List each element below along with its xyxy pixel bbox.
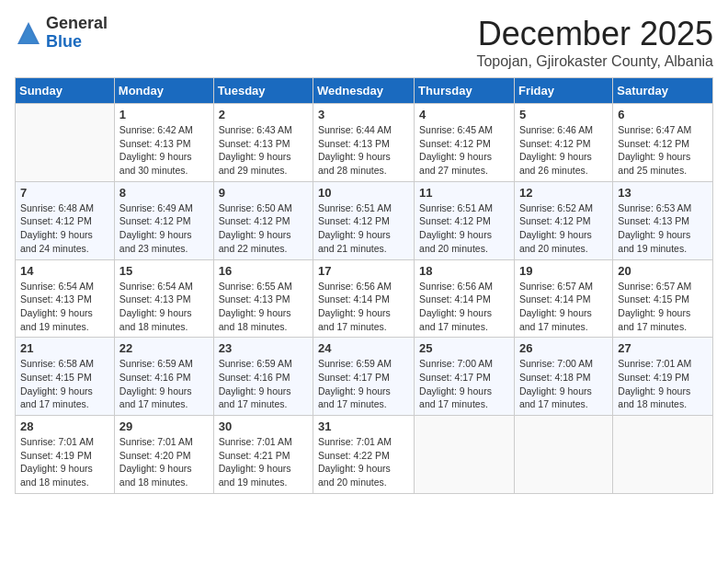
day-cell: 8 Sunrise: 6:49 AMSunset: 4:12 PMDayligh… [114,181,213,259]
day-number: 31 [318,419,409,433]
logo-blue-text: Blue [46,33,108,52]
day-number: 10 [318,186,409,200]
day-detail: Sunrise: 6:45 AMSunset: 4:12 PMDaylight:… [419,124,493,176]
logo-icon [15,19,42,47]
day-cell [415,416,515,494]
week-row-3: 21 Sunrise: 6:58 AMSunset: 4:15 PMDaylig… [16,338,713,416]
day-detail: Sunrise: 7:00 AMSunset: 4:18 PMDaylight:… [519,358,593,409]
day-detail: Sunrise: 7:01 AMSunset: 4:21 PMDaylight:… [219,436,292,488]
day-number: 2 [219,108,308,121]
day-number: 27 [618,341,708,355]
week-row-0: 1 Sunrise: 6:42 AMSunset: 4:13 PMDayligh… [16,104,713,182]
day-number: 25 [419,341,509,355]
logo-text: General Blue [46,15,108,52]
day-cell: 17 Sunrise: 6:56 AMSunset: 4:14 PMDaylig… [313,259,415,338]
calendar-table: SundayMondayTuesdayWednesdayThursdayFrid… [15,77,713,494]
day-detail: Sunrise: 6:51 AMSunset: 4:12 PMDaylight:… [318,202,392,254]
day-detail: Sunrise: 6:53 AMSunset: 4:13 PMDaylight:… [618,202,691,254]
day-number: 22 [119,341,209,355]
day-detail: Sunrise: 7:01 AMSunset: 4:22 PMDaylight:… [318,436,392,488]
day-detail: Sunrise: 6:48 AMSunset: 4:12 PMDaylight:… [20,202,94,254]
day-cell: 10 Sunrise: 6:51 AMSunset: 4:12 PMDaylig… [313,181,415,259]
day-cell: 2 Sunrise: 6:43 AMSunset: 4:13 PMDayligh… [213,104,313,182]
day-cell: 28 Sunrise: 7:01 AMSunset: 4:19 PMDaylig… [16,416,115,494]
day-number: 6 [618,108,708,121]
day-cell: 5 Sunrise: 6:46 AMSunset: 4:12 PMDayligh… [514,104,612,182]
logo: General Blue [15,15,108,52]
header-row: SundayMondayTuesdayWednesdayThursdayFrid… [16,78,713,104]
header-thursday: Thursday [415,78,515,104]
header-monday: Monday [114,78,213,104]
day-detail: Sunrise: 7:01 AMSunset: 4:19 PMDaylight:… [20,436,94,488]
day-number: 24 [318,341,409,355]
day-detail: Sunrise: 6:56 AMSunset: 4:14 PMDaylight:… [318,281,392,332]
day-cell: 4 Sunrise: 6:45 AMSunset: 4:12 PMDayligh… [415,104,515,182]
day-detail: Sunrise: 6:57 AMSunset: 4:14 PMDaylight:… [519,281,593,332]
day-number: 9 [219,186,308,200]
day-detail: Sunrise: 6:59 AMSunset: 4:16 PMDaylight:… [219,358,292,409]
header-wednesday: Wednesday [313,78,415,104]
day-number: 7 [20,186,109,200]
day-cell: 16 Sunrise: 6:55 AMSunset: 4:13 PMDaylig… [213,259,313,338]
day-number: 8 [119,186,209,200]
day-detail: Sunrise: 6:57 AMSunset: 4:15 PMDaylight:… [618,281,691,332]
header-tuesday: Tuesday [213,78,313,104]
day-detail: Sunrise: 6:59 AMSunset: 4:17 PMDaylight:… [318,358,392,409]
day-detail: Sunrise: 6:54 AMSunset: 4:13 PMDaylight:… [20,281,94,332]
day-number: 12 [519,186,608,200]
day-detail: Sunrise: 6:50 AMSunset: 4:12 PMDaylight:… [219,202,292,254]
day-cell [514,416,612,494]
day-cell: 1 Sunrise: 6:42 AMSunset: 4:13 PMDayligh… [114,104,213,182]
day-cell: 31 Sunrise: 7:01 AMSunset: 4:22 PMDaylig… [313,416,415,494]
day-number: 1 [119,108,209,121]
day-cell: 25 Sunrise: 7:00 AMSunset: 4:17 PMDaylig… [415,338,515,416]
location-title: Topojan, Gjirokaster County, Albania [476,53,713,70]
day-cell: 19 Sunrise: 6:57 AMSunset: 4:14 PMDaylig… [514,259,612,338]
day-cell: 14 Sunrise: 6:54 AMSunset: 4:13 PMDaylig… [16,259,115,338]
day-number: 26 [519,341,608,355]
day-number: 3 [318,108,409,121]
page-header: General Blue December 2025 Topojan, Gjir… [15,15,713,70]
day-cell: 13 Sunrise: 6:53 AMSunset: 4:13 PMDaylig… [613,181,713,259]
day-cell [613,416,713,494]
day-detail: Sunrise: 6:51 AMSunset: 4:12 PMDaylight:… [419,202,493,254]
header-sunday: Sunday [16,78,115,104]
day-detail: Sunrise: 7:00 AMSunset: 4:17 PMDaylight:… [419,358,493,409]
day-cell: 22 Sunrise: 6:59 AMSunset: 4:16 PMDaylig… [114,338,213,416]
day-detail: Sunrise: 6:54 AMSunset: 4:13 PMDaylight:… [119,281,193,332]
day-detail: Sunrise: 6:43 AMSunset: 4:13 PMDaylight:… [219,124,292,176]
day-detail: Sunrise: 6:59 AMSunset: 4:16 PMDaylight:… [119,358,193,409]
day-number: 19 [519,264,608,278]
day-cell: 23 Sunrise: 6:59 AMSunset: 4:16 PMDaylig… [213,338,313,416]
day-detail: Sunrise: 6:42 AMSunset: 4:13 PMDaylight:… [119,124,193,176]
day-cell [16,104,115,182]
day-number: 17 [318,264,409,278]
day-cell: 26 Sunrise: 7:00 AMSunset: 4:18 PMDaylig… [514,338,612,416]
day-detail: Sunrise: 6:52 AMSunset: 4:12 PMDaylight:… [519,202,593,254]
day-detail: Sunrise: 6:47 AMSunset: 4:12 PMDaylight:… [618,124,691,176]
day-detail: Sunrise: 6:58 AMSunset: 4:15 PMDaylight:… [20,358,94,409]
day-detail: Sunrise: 7:01 AMSunset: 4:19 PMDaylight:… [618,358,691,409]
day-detail: Sunrise: 6:55 AMSunset: 4:13 PMDaylight:… [219,281,292,332]
title-area: December 2025 Topojan, Gjirokaster Count… [476,15,713,70]
day-number: 5 [519,108,608,121]
day-number: 23 [219,341,308,355]
header-saturday: Saturday [613,78,713,104]
day-cell: 3 Sunrise: 6:44 AMSunset: 4:13 PMDayligh… [313,104,415,182]
day-number: 29 [119,419,209,433]
day-number: 21 [20,341,109,355]
day-cell: 12 Sunrise: 6:52 AMSunset: 4:12 PMDaylig… [514,181,612,259]
day-cell: 7 Sunrise: 6:48 AMSunset: 4:12 PMDayligh… [16,181,115,259]
day-number: 30 [219,419,308,433]
day-number: 13 [618,186,708,200]
day-number: 14 [20,264,109,278]
day-cell: 30 Sunrise: 7:01 AMSunset: 4:21 PMDaylig… [213,416,313,494]
day-detail: Sunrise: 6:56 AMSunset: 4:14 PMDaylight:… [419,281,493,332]
day-cell: 15 Sunrise: 6:54 AMSunset: 4:13 PMDaylig… [114,259,213,338]
day-cell: 9 Sunrise: 6:50 AMSunset: 4:12 PMDayligh… [213,181,313,259]
day-cell: 11 Sunrise: 6:51 AMSunset: 4:12 PMDaylig… [415,181,515,259]
day-detail: Sunrise: 6:44 AMSunset: 4:13 PMDaylight:… [318,124,392,176]
day-number: 15 [119,264,209,278]
day-cell: 21 Sunrise: 6:58 AMSunset: 4:15 PMDaylig… [16,338,115,416]
day-number: 4 [419,108,509,121]
